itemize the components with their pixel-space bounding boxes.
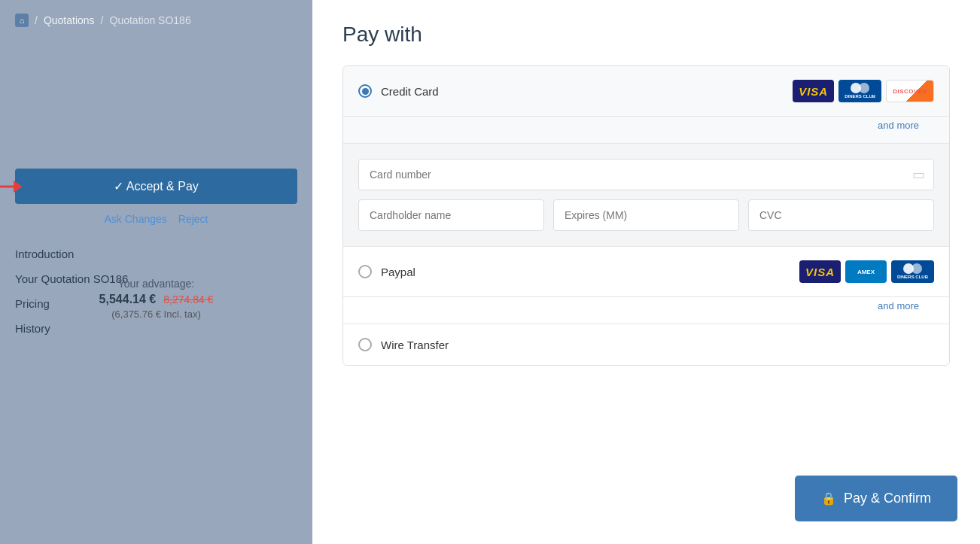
price-current: 5,544.14 €	[99, 293, 157, 306]
nav-history[interactable]: History	[15, 322, 297, 335]
main-content: Pay with Credit Card VISA DINERS CLUB DI…	[312, 0, 980, 544]
paypal-label: Paypal	[381, 266, 799, 278]
pay-confirm-button[interactable]: 🔒 Pay & Confirm	[795, 476, 957, 521]
nav-introduction[interactable]: Introduction	[15, 248, 297, 260]
amex-logo: AMEX	[845, 260, 887, 283]
breadcrumb-current: Quotation SO186	[110, 14, 191, 26]
pay-confirm-label: Pay & Confirm	[844, 491, 931, 506]
page-title: Pay with	[342, 23, 950, 47]
advantage-section: Your advantage: 5,544.14 € 8,274.84 € (6…	[0, 278, 312, 320]
credit-card-method[interactable]: Credit Card VISA DINERS CLUB DISCOVER	[343, 66, 949, 117]
reject-link[interactable]: Reject	[178, 213, 208, 225]
wire-transfer-label: Wire Transfer	[381, 339, 934, 351]
cvc-input[interactable]	[748, 199, 934, 231]
paypal-visa-logo: VISA	[799, 260, 841, 283]
advantage-label: Your advantage:	[15, 278, 297, 290]
visa-logo: VISA	[793, 80, 834, 102]
expires-input[interactable]	[553, 199, 739, 231]
credit-card-label: Credit Card	[381, 85, 793, 98]
accept-pay-button[interactable]: ✓ Accept & Pay	[15, 169, 297, 204]
paypal-and-more[interactable]: and more	[358, 297, 934, 319]
diners-logo: DINERS CLUB	[838, 80, 881, 102]
card-icon: ▭	[912, 166, 925, 183]
lock-icon: 🔒	[821, 491, 836, 506]
breadcrumb-separator-2: /	[101, 14, 104, 26]
red-arrow-icon	[0, 172, 23, 202]
breadcrumb-quotations[interactable]: Quotations	[44, 14, 95, 26]
credit-card-and-more[interactable]: and more	[358, 117, 934, 138]
credit-card-logos: VISA DINERS CLUB DISCOVER	[793, 80, 934, 102]
card-number-input[interactable]	[358, 159, 934, 190]
paypal-radio[interactable]	[358, 265, 372, 278]
wire-transfer-method[interactable]: Wire Transfer	[343, 324, 949, 365]
credit-card-radio[interactable]	[358, 84, 372, 98]
home-icon[interactable]: ⌂	[15, 14, 29, 27]
svg-marker-1	[14, 181, 23, 193]
price-old: 8,274.84 €	[163, 293, 213, 305]
ask-changes-link[interactable]: Ask Changes	[105, 213, 167, 225]
paypal-method[interactable]: Paypal VISA AMEX DINERS CLUB	[343, 247, 949, 297]
breadcrumb: ⌂ / Quotations / Quotation SO186	[0, 0, 312, 41]
card-form: ▭	[343, 144, 949, 247]
cardholder-name-input[interactable]	[358, 199, 544, 231]
price-tax: (6,375.76 € Incl. tax)	[15, 308, 297, 320]
sidebar: ⌂ / Quotations / Quotation SO186 ✓ Accep…	[0, 0, 312, 544]
action-links: Ask Changes Reject	[15, 213, 297, 225]
paypal-diners-logo: DINERS CLUB	[891, 260, 934, 283]
paypal-logos: VISA AMEX DINERS CLUB	[799, 260, 934, 283]
breadcrumb-separator-1: /	[35, 14, 38, 26]
wire-transfer-radio[interactable]	[358, 338, 372, 351]
discover-logo: DISCOVER	[886, 80, 934, 102]
payment-container: Credit Card VISA DINERS CLUB DISCOVER an…	[342, 65, 950, 366]
